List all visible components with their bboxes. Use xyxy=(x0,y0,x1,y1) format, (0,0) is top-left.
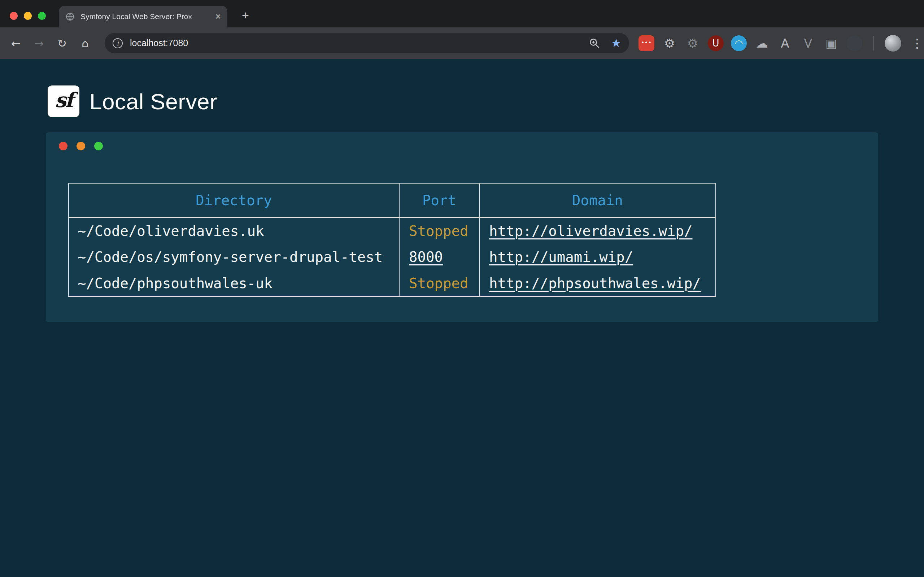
window-minimize-button[interactable] xyxy=(24,12,32,20)
directory-cell: ~/Code/phpsouthwales-uk xyxy=(69,270,399,297)
address-bar[interactable]: i localhost:7080 ★ xyxy=(105,33,629,53)
symfony-logo: sf xyxy=(48,85,79,117)
tab-strip: Symfony Local Web Server: Prox × + xyxy=(0,0,924,27)
domain-link[interactable]: http://umami.wip/ xyxy=(489,249,633,265)
window-controls xyxy=(10,12,46,20)
server-row: ~/Code/os/symfony-server-drupal-test 800… xyxy=(69,244,716,270)
blue-disc-extension-icon[interactable]: ◠ xyxy=(731,35,747,51)
panel-green-dot-icon xyxy=(94,142,103,150)
letter-v-extension-icon[interactable]: V xyxy=(800,35,816,51)
browser-toolbar: ← → ↻ ⌂ i localhost:7080 ★ ••• ⚙ ⚙ U ◠ xyxy=(0,27,924,59)
site-info-icon[interactable]: i xyxy=(113,38,123,48)
new-tab-button[interactable]: + xyxy=(238,8,253,23)
reload-button[interactable]: ↻ xyxy=(52,33,72,53)
window-zoom-button[interactable] xyxy=(38,12,46,20)
directory-cell: ~/Code/oliverdavies.uk xyxy=(69,218,399,244)
panel-orange-dot-icon xyxy=(76,142,85,150)
toolbar-divider xyxy=(873,36,874,50)
servers-table: Directory Port Domain ~/Code/oliverdavie… xyxy=(68,183,716,297)
column-header-directory: Directory xyxy=(69,183,399,218)
gear-extension-icon[interactable]: ⚙ xyxy=(662,35,677,51)
back-button[interactable]: ← xyxy=(6,33,26,53)
column-header-port: Port xyxy=(399,183,479,218)
page-title: Local Server xyxy=(89,89,217,114)
forward-button[interactable]: → xyxy=(29,33,49,53)
server-row: ~/Code/phpsouthwales-uk Stopped http://p… xyxy=(69,270,716,297)
github-extension-icon[interactable] xyxy=(846,35,862,51)
url-text[interactable]: localhost:7080 xyxy=(130,38,188,48)
brand-header: sf Local Server xyxy=(0,59,924,117)
globe-favicon-icon xyxy=(65,11,76,22)
bookmark-star-icon[interactable]: ★ xyxy=(611,37,621,49)
port-link[interactable]: 8000 xyxy=(409,249,443,265)
tab-title: Symfony Local Web Server: Prox xyxy=(81,12,210,21)
browser-window: Symfony Local Web Server: Prox × + ← → ↻… xyxy=(0,0,924,59)
port-status: Stopped xyxy=(409,223,468,239)
panel-window-dots xyxy=(46,142,878,150)
letter-a-extension-icon[interactable]: A xyxy=(777,35,793,51)
zoom-icon[interactable] xyxy=(589,37,600,49)
page-content: sf Local Server Directory Port Domain xyxy=(0,59,924,577)
red-dots-extension-icon[interactable]: ••• xyxy=(638,35,654,51)
profile-avatar[interactable] xyxy=(885,35,901,52)
browser-menu-icon[interactable]: ⋮ xyxy=(907,33,924,53)
browser-tab[interactable]: Symfony Local Web Server: Prox × xyxy=(59,6,228,27)
home-button[interactable]: ⌂ xyxy=(75,33,95,53)
ublock-extension-icon[interactable]: U xyxy=(708,35,724,51)
table-header-row: Directory Port Domain xyxy=(69,183,716,218)
server-row: ~/Code/oliverdavies.uk Stopped http://ol… xyxy=(69,218,716,244)
domain-link[interactable]: http://oliverdavies.wip/ xyxy=(489,223,693,239)
gear-dark-extension-icon[interactable]: ⚙ xyxy=(685,35,701,51)
tab-close-icon[interactable]: × xyxy=(215,12,221,22)
server-panel: Directory Port Domain ~/Code/oliverdavie… xyxy=(46,132,878,322)
window-close-button[interactable] xyxy=(10,12,18,20)
port-status: Stopped xyxy=(409,275,468,292)
directory-cell: ~/Code/os/symfony-server-drupal-test xyxy=(69,244,399,270)
domain-link[interactable]: http://phpsouthwales.wip/ xyxy=(489,275,701,292)
tile-extension-icon[interactable]: ▣ xyxy=(823,35,839,51)
extensions-bar: ••• ⚙ ⚙ U ◠ ☁ A V ▣ xyxy=(638,35,862,51)
panel-red-dot-icon xyxy=(59,142,68,150)
column-header-domain: Domain xyxy=(479,183,716,218)
cloud-extension-icon[interactable]: ☁ xyxy=(754,35,770,51)
